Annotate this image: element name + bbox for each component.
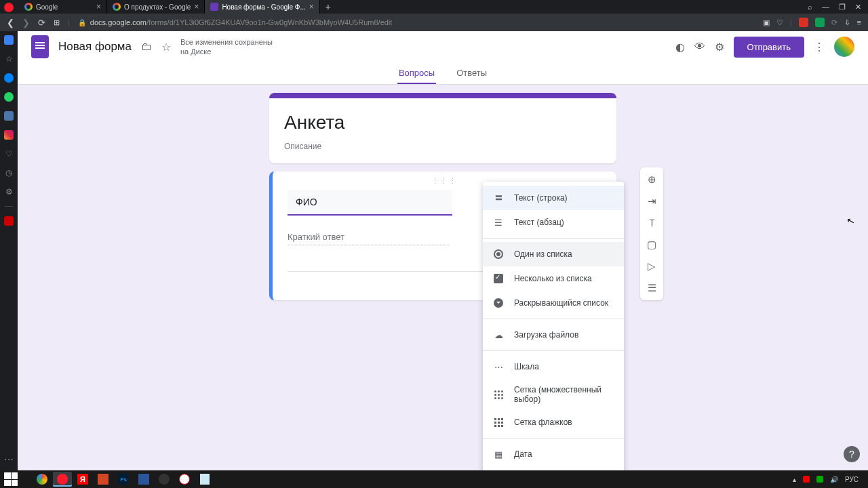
close-icon[interactable]: × — [96, 2, 101, 12]
search-icon[interactable]: ⌕ — [808, 3, 812, 12]
task-yandex-browser[interactable] — [175, 472, 194, 487]
add-question-icon[interactable]: ⊕ — [645, 173, 658, 186]
form-body: Анкета Описание ⋮⋮⋮ Краткий ответ ⧉ 〓 Те… — [18, 85, 868, 300]
type-time[interactable]: ◷ Время — [483, 466, 624, 470]
tab-form[interactable]: Новая форма - Google Ф... × — [205, 0, 319, 14]
type-date[interactable]: ▦ Дата — [483, 442, 624, 466]
start-button[interactable] — [4, 472, 18, 486]
tab-products[interactable]: О продуктах - Google × — [107, 0, 205, 14]
back-button[interactable]: ❮ — [7, 18, 14, 28]
divider — [483, 350, 624, 351]
sync-icon[interactable]: ⟳ — [831, 18, 837, 27]
add-title-icon[interactable]: Ｔ — [645, 216, 658, 230]
preview-icon[interactable]: 👁 — [694, 41, 705, 53]
dropdown-icon — [492, 297, 505, 309]
menu-icon[interactable]: ≡ — [857, 18, 861, 26]
avatar[interactable] — [834, 37, 854, 57]
tab-answers[interactable]: Ответы — [455, 62, 488, 84]
task-opera[interactable] — [53, 472, 72, 487]
task-word[interactable] — [134, 472, 153, 487]
type-grid-check[interactable]: Сетка флажков — [483, 410, 624, 434]
form-title[interactable]: Анкета — [284, 112, 601, 134]
speed-dial-icon[interactable]: ⊞ — [54, 18, 60, 27]
heart-icon[interactable]: ♡ — [776, 18, 783, 27]
task-yandex[interactable]: Я — [73, 472, 92, 487]
form-name[interactable]: Новая форма — [58, 40, 132, 54]
add-image-icon[interactable]: ▢ — [645, 238, 658, 251]
task-photoshop[interactable]: Ps — [114, 472, 133, 487]
close-window-icon[interactable]: ✕ — [855, 3, 861, 12]
help-button[interactable]: ? — [844, 446, 860, 462]
settings-sidebar-icon[interactable]: ⚙ — [5, 187, 13, 197]
new-tab-button[interactable]: + — [320, 1, 336, 12]
camera-icon[interactable]: ▣ — [763, 18, 770, 27]
type-select[interactable]: Раскрывающийся список — [483, 291, 624, 315]
divider — [483, 238, 624, 239]
type-radio[interactable]: Один из списка — [483, 242, 624, 266]
type-checkbox[interactable]: Несколько из списка — [483, 266, 624, 291]
folder-icon[interactable]: 🗀 — [141, 41, 152, 53]
more-icon[interactable]: ⋯ — [4, 454, 14, 465]
sidebar-home-icon[interactable] — [4, 35, 14, 45]
extension-icon[interactable] — [815, 18, 825, 27]
divider — [483, 319, 624, 319]
tab-label: О продуктах - Google — [124, 3, 191, 11]
form-description[interactable]: Описание — [284, 142, 601, 151]
type-scale[interactable]: ⋯ Шкала — [483, 354, 624, 379]
vk-icon[interactable] — [4, 111, 14, 121]
history-icon[interactable]: ◷ — [5, 168, 12, 178]
tray-icon[interactable] — [803, 476, 810, 483]
bookmark-icon[interactable]: ☆ — [5, 54, 13, 64]
scale-icon: ⋯ — [492, 361, 505, 373]
close-icon[interactable]: × — [194, 2, 199, 12]
task-chrome[interactable] — [33, 472, 52, 487]
tray-up-icon[interactable]: ▴ — [793, 476, 796, 483]
close-icon[interactable]: × — [309, 2, 314, 12]
task-notepad[interactable] — [195, 472, 214, 487]
tray-icon[interactable] — [816, 476, 823, 483]
forms-logo[interactable] — [31, 35, 49, 58]
title-card[interactable]: Анкета Описание — [269, 93, 616, 163]
type-upload[interactable]: ☁ Загрузка файлов — [483, 323, 624, 347]
question-type-dropdown: 〓 Текст (строка) ☰ Текст (абзац) Один из… — [483, 182, 624, 470]
lock-icon: 🔒 — [78, 19, 86, 26]
download-icon[interactable]: ⇩ — [844, 18, 850, 27]
language-indicator[interactable]: РУС — [845, 476, 859, 483]
grid-check-icon — [492, 416, 505, 428]
sidebar-app-icon[interactable] — [4, 216, 14, 226]
import-icon[interactable]: ⇥ — [645, 195, 658, 208]
tab-questions[interactable]: Вопросы — [397, 62, 436, 84]
whatsapp-icon[interactable] — [4, 92, 14, 102]
messenger-icon[interactable] — [4, 73, 14, 83]
short-answer-placeholder: Краткий ответ — [288, 232, 449, 245]
browser-tabs: Google × О продуктах - Google × Новая фо… — [0, 0, 868, 14]
more-menu-icon[interactable]: ⋮ — [814, 41, 825, 54]
send-button[interactable]: Отправить — [734, 37, 804, 58]
forms-header: Новая форма 🗀 ☆ Все изменения сохранены … — [18, 31, 868, 62]
heart-sidebar-icon[interactable]: ♡ — [5, 149, 13, 159]
reload-button[interactable]: ⟳ — [38, 18, 45, 28]
tray-icon[interactable]: 🔊 — [830, 476, 838, 483]
add-section-icon[interactable]: ☰ — [645, 281, 658, 295]
type-long-text[interactable]: ☰ Текст (абзац) — [483, 210, 624, 235]
type-grid-radio[interactable]: Сетка (множественный выбор) — [483, 379, 624, 410]
palette-icon[interactable]: ◐ — [675, 41, 685, 54]
star-icon[interactable]: ☆ — [161, 41, 171, 54]
short-text-icon: 〓 — [492, 192, 505, 204]
url-text: docs.google.com/forms/d/1YL3i0Gf6ZG4KUAV… — [90, 18, 393, 26]
url-field[interactable]: 🔒 docs.google.com/forms/d/1YL3i0Gf6ZG4KU… — [78, 18, 755, 26]
instagram-icon[interactable] — [4, 130, 14, 140]
task-powerpoint[interactable] — [94, 472, 113, 487]
maximize-icon[interactable]: ❐ — [839, 3, 846, 12]
checkbox-icon — [492, 272, 505, 285]
opera-sidebar: ☆ ♡ ◷ ⚙ ⋯ — [0, 31, 18, 470]
task-obs[interactable] — [155, 472, 174, 487]
minimize-icon[interactable]: — — [822, 3, 829, 12]
question-input[interactable] — [288, 190, 452, 216]
type-short-text[interactable]: 〓 Текст (строка) — [483, 186, 624, 210]
add-video-icon[interactable]: ▷ — [645, 260, 658, 273]
tab-google[interactable]: Google × — [19, 0, 107, 14]
forward-button[interactable]: ❯ — [22, 18, 30, 28]
settings-icon[interactable]: ⚙ — [715, 41, 724, 54]
extension-icon[interactable] — [799, 18, 808, 27]
